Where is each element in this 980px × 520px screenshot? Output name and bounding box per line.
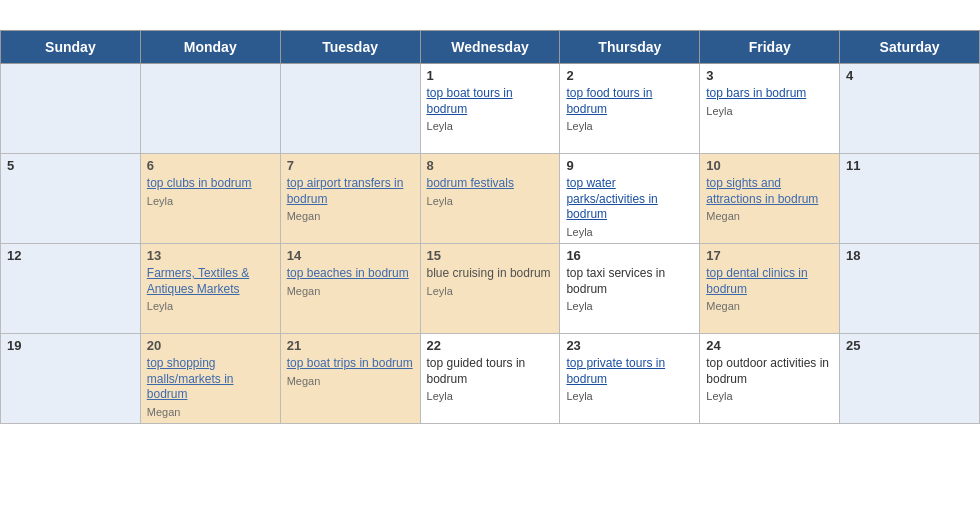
day-number: 9: [566, 158, 693, 173]
calendar-table: SundayMondayTuesdayWednesdayThursdayFrid…: [0, 30, 980, 424]
week-row-0: 1top boat tours in bodrumLeyla2top food …: [1, 64, 980, 154]
day-number: 10: [706, 158, 833, 173]
calendar-header-row: SundayMondayTuesdayWednesdayThursdayFrid…: [1, 31, 980, 64]
assignee-label: Leyla: [566, 120, 693, 132]
day-number: 16: [566, 248, 693, 263]
calendar-cell: 2top food tours in bodrumLeyla: [560, 64, 700, 154]
event-text: top taxi services in bodrum: [566, 266, 693, 297]
event-link[interactable]: top food tours in bodrum: [566, 86, 693, 117]
event-link[interactable]: top dental clinics in bodrum: [706, 266, 833, 297]
assignee-label: Megan: [287, 210, 414, 222]
day-number: 3: [706, 68, 833, 83]
event-link[interactable]: top bars in bodrum: [706, 86, 833, 102]
calendar-cell: 17top dental clinics in bodrumMegan: [700, 244, 840, 334]
calendar-cell: [280, 64, 420, 154]
calendar-cell: 4: [840, 64, 980, 154]
event-link[interactable]: top shopping malls/markets in bodrum: [147, 356, 274, 403]
calendar-cell: 3top bars in bodrumLeyla: [700, 64, 840, 154]
assignee-label: Megan: [287, 285, 414, 297]
calendar-cell: 13Farmers, Textiles & Antiques MarketsLe…: [140, 244, 280, 334]
assignee-label: Leyla: [566, 226, 693, 238]
calendar-cell: 5: [1, 154, 141, 244]
assignee-label: Megan: [706, 300, 833, 312]
header-wednesday: Wednesday: [420, 31, 560, 64]
calendar-cell: 14top beaches in bodrumMegan: [280, 244, 420, 334]
week-row-3: 1920top shopping malls/markets in bodrum…: [1, 334, 980, 424]
event-link[interactable]: top beaches in bodrum: [287, 266, 414, 282]
calendar-cell: 23top private tours in bodrumLeyla: [560, 334, 700, 424]
header-thursday: Thursday: [560, 31, 700, 64]
header-tuesday: Tuesday: [280, 31, 420, 64]
day-number: 6: [147, 158, 274, 173]
assignee-label: Leyla: [147, 195, 274, 207]
assignee-label: Leyla: [427, 120, 554, 132]
assignee-label: Leyla: [566, 390, 693, 402]
header-monday: Monday: [140, 31, 280, 64]
day-number: 23: [566, 338, 693, 353]
assignee-label: Megan: [706, 210, 833, 222]
day-number: 18: [846, 248, 973, 263]
day-number: 5: [7, 158, 134, 173]
day-number: 8: [427, 158, 554, 173]
calendar-cell: 9top water parks/activities in bodrumLey…: [560, 154, 700, 244]
assignee-label: Leyla: [566, 300, 693, 312]
calendar-cell: 8bodrum festivalsLeyla: [420, 154, 560, 244]
day-number: 7: [287, 158, 414, 173]
day-number: 17: [706, 248, 833, 263]
calendar-cell: 19: [1, 334, 141, 424]
calendar-title: [0, 0, 980, 30]
event-text: top guided tours in bodrum: [427, 356, 554, 387]
assignee-label: Leyla: [427, 390, 554, 402]
header-friday: Friday: [700, 31, 840, 64]
calendar-cell: 21top boat trips in bodrumMegan: [280, 334, 420, 424]
day-number: 22: [427, 338, 554, 353]
calendar-cell: 15blue cruising in bodrumLeyla: [420, 244, 560, 334]
day-number: 12: [7, 248, 134, 263]
calendar-cell: 10top sights and attractions in bodrumMe…: [700, 154, 840, 244]
calendar-cell: [140, 64, 280, 154]
calendar-cell: 1top boat tours in bodrumLeyla: [420, 64, 560, 154]
calendar-cell: 6top clubs in bodrumLeyla: [140, 154, 280, 244]
assignee-label: Leyla: [427, 195, 554, 207]
day-number: 19: [7, 338, 134, 353]
day-number: 13: [147, 248, 274, 263]
event-link[interactable]: top airport transfers in bodrum: [287, 176, 414, 207]
assignee-label: Leyla: [706, 390, 833, 402]
calendar-cell: 20top shopping malls/markets in bodrumMe…: [140, 334, 280, 424]
calendar-cell: 18: [840, 244, 980, 334]
calendar-cell: 11: [840, 154, 980, 244]
event-link[interactable]: top boat trips in bodrum: [287, 356, 414, 372]
event-link[interactable]: top private tours in bodrum: [566, 356, 693, 387]
calendar-cell: 25: [840, 334, 980, 424]
day-number: 24: [706, 338, 833, 353]
header-saturday: Saturday: [840, 31, 980, 64]
event-text: top outdoor activities in bodrum: [706, 356, 833, 387]
calendar-cell: 16top taxi services in bodrumLeyla: [560, 244, 700, 334]
event-link[interactable]: top sights and attractions in bodrum: [706, 176, 833, 207]
day-number: 2: [566, 68, 693, 83]
day-number: 15: [427, 248, 554, 263]
day-number: 14: [287, 248, 414, 263]
event-link[interactable]: top clubs in bodrum: [147, 176, 274, 192]
assignee-label: Leyla: [706, 105, 833, 117]
week-row-1: 56top clubs in bodrumLeyla7top airport t…: [1, 154, 980, 244]
day-number: 20: [147, 338, 274, 353]
day-number: 25: [846, 338, 973, 353]
assignee-label: Megan: [287, 375, 414, 387]
day-number: 11: [846, 158, 973, 173]
assignee-label: Leyla: [147, 300, 274, 312]
day-number: 21: [287, 338, 414, 353]
day-number: 4: [846, 68, 973, 83]
calendar-cell: [1, 64, 141, 154]
calendar-cell: 24top outdoor activities in bodrumLeyla: [700, 334, 840, 424]
week-row-2: 1213Farmers, Textiles & Antiques Markets…: [1, 244, 980, 334]
calendar-cell: 7top airport transfers in bodrumMegan: [280, 154, 420, 244]
day-number: 1: [427, 68, 554, 83]
event-link[interactable]: top boat tours in bodrum: [427, 86, 554, 117]
assignee-label: Leyla: [427, 285, 554, 297]
calendar-cell: 22top guided tours in bodrumLeyla: [420, 334, 560, 424]
event-link[interactable]: bodrum festivals: [427, 176, 554, 192]
event-link[interactable]: Farmers, Textiles & Antiques Markets: [147, 266, 274, 297]
assignee-label: Megan: [147, 406, 274, 418]
event-link[interactable]: top water parks/activities in bodrum: [566, 176, 693, 223]
